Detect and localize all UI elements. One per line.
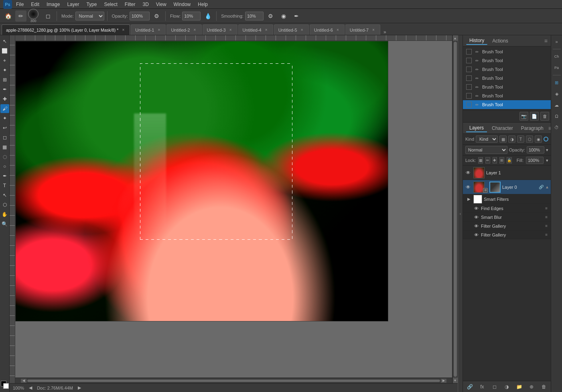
opacity-input[interactable]: [130, 12, 150, 20]
home-button[interactable]: 🏠: [2, 10, 14, 22]
brush-tool-btn[interactable]: ✏: [15, 10, 26, 22]
history-panel-menu[interactable]: ≡: [544, 38, 548, 44]
history-icon-btn[interactable]: ⏱: [552, 123, 562, 132]
expand-panel-btn[interactable]: »: [552, 37, 562, 46]
brush-preview[interactable]: [28, 9, 39, 19]
adjustments-btn[interactable]: ⊞: [552, 78, 562, 87]
tool-eraser[interactable]: ◻: [0, 133, 9, 142]
delete-layer-btn[interactable]: 🗑: [540, 382, 548, 391]
styles-btn[interactable]: ◈: [552, 89, 562, 99]
history-checkbox-1[interactable]: [466, 49, 472, 55]
airbrush-btn[interactable]: 💧: [202, 10, 213, 22]
tab-untitled5-close[interactable]: ×: [300, 28, 304, 32]
paragraph-tab[interactable]: Paragraph: [518, 125, 547, 132]
paths-btn[interactable]: Pa: [552, 63, 562, 73]
history-checkbox-5[interactable]: [466, 84, 472, 90]
layer1-visibility[interactable]: 👁: [465, 169, 472, 176]
history-item-7[interactable]: ✏ Brush Tool: [463, 100, 551, 109]
tool-move[interactable]: ↖: [0, 37, 9, 46]
tool-zoom[interactable]: 🔍: [0, 220, 9, 228]
tab-untitled2[interactable]: Untitled-2 ×: [166, 24, 201, 35]
canvas-viewport[interactable]: [15, 41, 452, 378]
filter-pixel-btn[interactable]: ▦: [499, 135, 507, 143]
tool-pen[interactable]: ✒: [0, 172, 9, 180]
menu-help[interactable]: Help: [195, 1, 211, 8]
filter-shape-btn[interactable]: ⬡: [526, 135, 533, 143]
find-edges-options[interactable]: ≡: [545, 206, 548, 210]
tool-magic-wand[interactable]: ✦: [0, 66, 9, 75]
zoom-prev-btn[interactable]: ◀: [29, 385, 32, 390]
smoothing-options-btn[interactable]: ⚙: [265, 10, 276, 22]
opacity-value[interactable]: [527, 146, 544, 154]
collapse-panels-btn[interactable]: ‹: [458, 35, 463, 392]
channels-btn[interactable]: Ch: [552, 52, 562, 61]
menu-view[interactable]: View: [153, 1, 170, 8]
filter-gallery2-options[interactable]: ≡: [545, 232, 548, 237]
foreground-color[interactable]: [1, 381, 9, 389]
find-edges-eye[interactable]: 👁: [474, 206, 479, 211]
actions-tab[interactable]: Actions: [489, 37, 511, 44]
glyphs-btn[interactable]: Ω: [552, 111, 562, 121]
lock-artboard-btn[interactable]: ⊞: [499, 157, 504, 164]
layer-item-layer1[interactable]: 👁 Layer 1: [463, 166, 551, 180]
history-checkbox-6[interactable]: [466, 93, 472, 99]
zoom-next-btn[interactable]: ▶: [78, 385, 81, 390]
kind-select[interactable]: Kind: [476, 135, 498, 143]
tab-main[interactable]: apple-2788662_1280.jpg @ 100% (Layer 0, …: [2, 24, 130, 35]
smart-blur-options[interactable]: ≡: [545, 215, 548, 219]
tool-history-brush[interactable]: ↩: [0, 123, 9, 132]
vertical-scrollbar[interactable]: ▲ ▼: [452, 35, 458, 383]
filter-gallery1-options[interactable]: ≡: [545, 224, 548, 228]
lock-transparent-btn[interactable]: ▦: [478, 157, 483, 164]
stylus-btn[interactable]: ✒: [291, 10, 302, 22]
tab-untitled5[interactable]: Untitled-5 ×: [274, 24, 309, 35]
tool-path-select[interactable]: ↖: [0, 191, 9, 200]
tool-shape[interactable]: ⬡: [0, 200, 9, 209]
filter-smart-btn[interactable]: ◉: [535, 135, 542, 143]
tool-dodge[interactable]: ○: [0, 162, 9, 171]
new-layer-btn[interactable]: ⊕: [527, 382, 536, 391]
tool-crop[interactable]: ⊞: [0, 75, 9, 84]
smart-filter-filter-gallery-1[interactable]: 👁 Filter Gallery ≡: [463, 222, 551, 230]
history-create-doc-btn[interactable]: 📄: [530, 112, 539, 121]
tool-hand[interactable]: ✋: [0, 210, 9, 219]
add-adjustment-btn[interactable]: ◑: [502, 382, 511, 391]
tool-eyedropper[interactable]: ✒: [0, 85, 9, 94]
history-item-5[interactable]: ✏ Brush Tool: [463, 83, 551, 91]
history-item-4[interactable]: ✏ Brush Tool: [463, 74, 551, 83]
history-item-1[interactable]: ✏ Brush Tool: [463, 47, 551, 56]
smoothing-input[interactable]: [245, 12, 264, 20]
pressure-btn[interactable]: ◉: [278, 10, 289, 22]
smart-filters-collapse-icon[interactable]: ▶: [466, 196, 472, 202]
filter-type-btn[interactable]: T: [517, 135, 524, 143]
tab-untitled3[interactable]: Untitled-3 ×: [203, 24, 237, 35]
smart-filter-find-edges[interactable]: 👁 Find Edges ≡: [463, 204, 551, 213]
mode-select[interactable]: Normal Dissolve Multiply Screen Overlay: [75, 12, 104, 20]
filter-gallery1-eye[interactable]: 👁: [474, 224, 479, 228]
tab-untitled4[interactable]: Untitled-4 ×: [238, 24, 273, 35]
filter-toggle[interactable]: [544, 137, 548, 141]
history-checkbox-7[interactable]: [466, 102, 472, 107]
opacity-chevron[interactable]: ▾: [546, 148, 548, 153]
layer0-visibility[interactable]: 👁: [465, 184, 472, 191]
fill-chevron[interactable]: ▾: [546, 158, 548, 163]
history-delete-btn[interactable]: 🗑: [540, 112, 549, 121]
smart-filter-filter-gallery-2[interactable]: 👁 Filter Gallery ≡: [463, 230, 551, 239]
tool-blur[interactable]: ◌: [0, 152, 9, 161]
history-new-snapshot-btn[interactable]: 📷: [519, 112, 528, 121]
tab-untitled7[interactable]: Untitled-7 ×: [345, 24, 380, 35]
scroll-up-btn[interactable]: ▲: [453, 35, 458, 41]
add-fx-btn[interactable]: fx: [478, 382, 487, 391]
add-group-btn[interactable]: 📁: [515, 382, 523, 391]
tabs-overflow-btn[interactable]: »: [381, 29, 389, 35]
history-checkbox-3[interactable]: [466, 67, 472, 72]
tool-gradient[interactable]: ▦: [0, 143, 9, 152]
menu-type[interactable]: Type: [83, 1, 100, 8]
layers-tab[interactable]: Layers: [466, 124, 487, 132]
lock-all-btn[interactable]: 🔒: [507, 157, 512, 164]
history-item-3[interactable]: ✏ Brush Tool: [463, 65, 551, 74]
tab-untitled4-close[interactable]: ×: [264, 28, 269, 32]
history-tab[interactable]: History: [466, 37, 487, 45]
tab-untitled2-close[interactable]: ×: [193, 28, 197, 32]
link-layers-btn[interactable]: 🔗: [465, 382, 474, 391]
